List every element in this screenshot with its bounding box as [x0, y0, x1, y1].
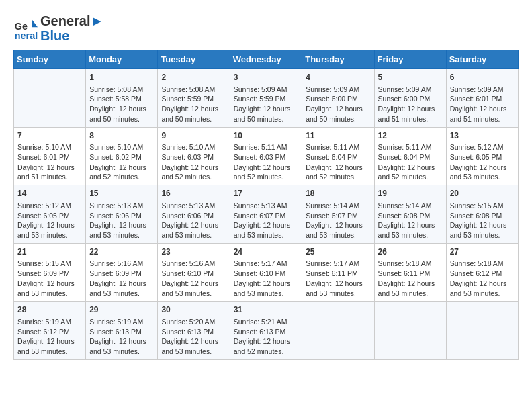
day-number: 20: [450, 188, 515, 199]
cell-info: Sunrise: 5:09 AM Sunset: 6:00 PM Dayligh…: [306, 85, 370, 124]
day-number: 31: [234, 304, 299, 316]
calendar-cell: 16Sunrise: 5:13 AM Sunset: 6:06 PM Dayli…: [158, 185, 230, 244]
week-row-2: 7Sunrise: 5:10 AM Sunset: 6:01 PM Daylig…: [14, 127, 519, 185]
calendar-cell: 11Sunrise: 5:11 AM Sunset: 6:04 PM Dayli…: [302, 127, 374, 185]
cell-info: Sunrise: 5:09 AM Sunset: 6:01 PM Dayligh…: [450, 85, 515, 124]
day-number: 7: [17, 130, 82, 142]
day-number: 6: [450, 72, 515, 83]
day-number: 16: [161, 188, 226, 199]
calendar-cell: 14Sunrise: 5:12 AM Sunset: 6:05 PM Dayli…: [14, 185, 86, 244]
weekday-header-monday: Monday: [86, 50, 158, 69]
calendar-cell: 5Sunrise: 5:09 AM Sunset: 6:00 PM Daylig…: [374, 69, 446, 128]
cell-info: Sunrise: 5:12 AM Sunset: 6:05 PM Dayligh…: [17, 201, 82, 240]
cell-info: Sunrise: 5:10 AM Sunset: 6:03 PM Dayligh…: [161, 142, 226, 182]
day-number: 30: [161, 304, 226, 316]
cell-info: Sunrise: 5:13 AM Sunset: 6:06 PM Dayligh…: [161, 201, 226, 240]
logo-icon: Ge neral: [13, 16, 38, 40]
calendar-cell: 19Sunrise: 5:14 AM Sunset: 6:08 PM Dayli…: [374, 185, 446, 244]
logo-text-line2: Blue: [40, 28, 103, 43]
cell-info: Sunrise: 5:19 AM Sunset: 6:13 PM Dayligh…: [89, 317, 154, 357]
week-row-4: 21Sunrise: 5:15 AM Sunset: 6:09 PM Dayli…: [14, 243, 519, 302]
cell-info: Sunrise: 5:10 AM Sunset: 6:02 PM Dayligh…: [89, 142, 154, 182]
cell-info: Sunrise: 5:15 AM Sunset: 6:09 PM Dayligh…: [17, 259, 82, 298]
week-row-5: 28Sunrise: 5:19 AM Sunset: 6:12 PM Dayli…: [14, 302, 519, 360]
cell-info: Sunrise: 5:18 AM Sunset: 6:12 PM Dayligh…: [450, 259, 515, 298]
calendar-cell: 30Sunrise: 5:20 AM Sunset: 6:13 PM Dayli…: [158, 302, 230, 360]
cell-info: Sunrise: 5:13 AM Sunset: 6:06 PM Dayligh…: [89, 201, 154, 240]
calendar-cell: 9Sunrise: 5:10 AM Sunset: 6:03 PM Daylig…: [158, 127, 230, 185]
cell-info: Sunrise: 5:11 AM Sunset: 6:04 PM Dayligh…: [378, 142, 443, 182]
weekday-header-sunday: Sunday: [14, 50, 86, 69]
cell-info: Sunrise: 5:20 AM Sunset: 6:13 PM Dayligh…: [161, 317, 226, 357]
calendar-cell: 24Sunrise: 5:17 AM Sunset: 6:10 PM Dayli…: [230, 243, 302, 302]
calendar-cell: 22Sunrise: 5:16 AM Sunset: 6:09 PM Dayli…: [86, 243, 158, 302]
calendar-cell: 3Sunrise: 5:09 AM Sunset: 5:59 PM Daylig…: [230, 69, 302, 128]
calendar-cell: [446, 302, 518, 360]
calendar-cell: 2Sunrise: 5:08 AM Sunset: 5:59 PM Daylig…: [158, 69, 230, 128]
calendar-cell: 31Sunrise: 5:21 AM Sunset: 6:13 PM Dayli…: [230, 302, 302, 360]
cell-info: Sunrise: 5:17 AM Sunset: 6:10 PM Dayligh…: [234, 259, 299, 298]
day-number: 19: [378, 188, 443, 199]
day-number: 11: [306, 130, 370, 142]
calendar-cell: 12Sunrise: 5:11 AM Sunset: 6:04 PM Dayli…: [374, 127, 446, 185]
calendar-cell: 25Sunrise: 5:17 AM Sunset: 6:11 PM Dayli…: [302, 243, 374, 302]
day-number: 3: [234, 72, 299, 83]
cell-info: Sunrise: 5:15 AM Sunset: 6:08 PM Dayligh…: [450, 201, 515, 240]
day-number: 8: [89, 130, 154, 142]
day-number: 13: [450, 130, 515, 142]
day-number: 23: [161, 246, 226, 258]
cell-info: Sunrise: 5:21 AM Sunset: 6:13 PM Dayligh…: [234, 317, 299, 357]
cell-info: Sunrise: 5:11 AM Sunset: 6:03 PM Dayligh…: [234, 142, 299, 182]
calendar-cell: 13Sunrise: 5:12 AM Sunset: 6:05 PM Dayli…: [446, 127, 518, 185]
calendar-cell: [302, 302, 374, 360]
day-number: 14: [17, 188, 82, 199]
calendar-cell: 29Sunrise: 5:19 AM Sunset: 6:13 PM Dayli…: [86, 302, 158, 360]
page-header: Ge neral General► Blue: [13, 13, 519, 43]
svg-text:neral: neral: [15, 30, 38, 40]
calendar-table: SundayMondayTuesdayWednesdayThursdayFrid…: [13, 50, 519, 360]
cell-info: Sunrise: 5:13 AM Sunset: 6:07 PM Dayligh…: [234, 201, 299, 240]
cell-info: Sunrise: 5:08 AM Sunset: 5:58 PM Dayligh…: [89, 85, 154, 124]
calendar-cell: 4Sunrise: 5:09 AM Sunset: 6:00 PM Daylig…: [302, 69, 374, 128]
calendar-cell: [374, 302, 446, 360]
cell-info: Sunrise: 5:18 AM Sunset: 6:11 PM Dayligh…: [378, 259, 443, 298]
weekday-header-thursday: Thursday: [302, 50, 374, 69]
logo-text-line1: General►: [40, 13, 103, 28]
day-number: 21: [17, 246, 82, 258]
cell-info: Sunrise: 5:10 AM Sunset: 6:01 PM Dayligh…: [17, 142, 82, 182]
day-number: 17: [234, 188, 299, 199]
weekday-header-tuesday: Tuesday: [158, 50, 230, 69]
cell-info: Sunrise: 5:12 AM Sunset: 6:05 PM Dayligh…: [450, 142, 515, 182]
day-number: 18: [306, 188, 370, 199]
calendar-cell: 10Sunrise: 5:11 AM Sunset: 6:03 PM Dayli…: [230, 127, 302, 185]
day-number: 27: [450, 246, 515, 258]
calendar-cell: 23Sunrise: 5:16 AM Sunset: 6:10 PM Dayli…: [158, 243, 230, 302]
day-number: 15: [89, 188, 154, 199]
svg-marker-3: [32, 19, 38, 28]
day-number: 10: [234, 130, 299, 142]
calendar-cell: 6Sunrise: 5:09 AM Sunset: 6:01 PM Daylig…: [446, 69, 518, 128]
day-number: 12: [378, 130, 443, 142]
day-number: 26: [378, 246, 443, 258]
calendar-cell: 27Sunrise: 5:18 AM Sunset: 6:12 PM Dayli…: [446, 243, 518, 302]
day-number: 4: [306, 72, 370, 83]
calendar-cell: 26Sunrise: 5:18 AM Sunset: 6:11 PM Dayli…: [374, 243, 446, 302]
day-number: 1: [89, 72, 154, 83]
calendar-cell: 1Sunrise: 5:08 AM Sunset: 5:58 PM Daylig…: [86, 69, 158, 128]
day-number: 29: [89, 304, 154, 316]
calendar-cell: 20Sunrise: 5:15 AM Sunset: 6:08 PM Dayli…: [446, 185, 518, 244]
calendar-cell: [14, 69, 86, 128]
cell-info: Sunrise: 5:16 AM Sunset: 6:09 PM Dayligh…: [89, 259, 154, 298]
calendar-cell: 15Sunrise: 5:13 AM Sunset: 6:06 PM Dayli…: [86, 185, 158, 244]
cell-info: Sunrise: 5:08 AM Sunset: 5:59 PM Dayligh…: [161, 85, 226, 124]
day-number: 5: [378, 72, 443, 83]
cell-info: Sunrise: 5:14 AM Sunset: 6:08 PM Dayligh…: [378, 201, 443, 240]
weekday-header-friday: Friday: [374, 50, 446, 69]
day-number: 28: [17, 304, 82, 316]
day-number: 22: [89, 246, 154, 258]
logo: Ge neral General► Blue: [13, 13, 103, 43]
calendar-cell: 28Sunrise: 5:19 AM Sunset: 6:12 PM Dayli…: [14, 302, 86, 360]
day-number: 24: [234, 246, 299, 258]
weekday-header-saturday: Saturday: [446, 50, 518, 69]
cell-info: Sunrise: 5:14 AM Sunset: 6:07 PM Dayligh…: [306, 201, 370, 240]
